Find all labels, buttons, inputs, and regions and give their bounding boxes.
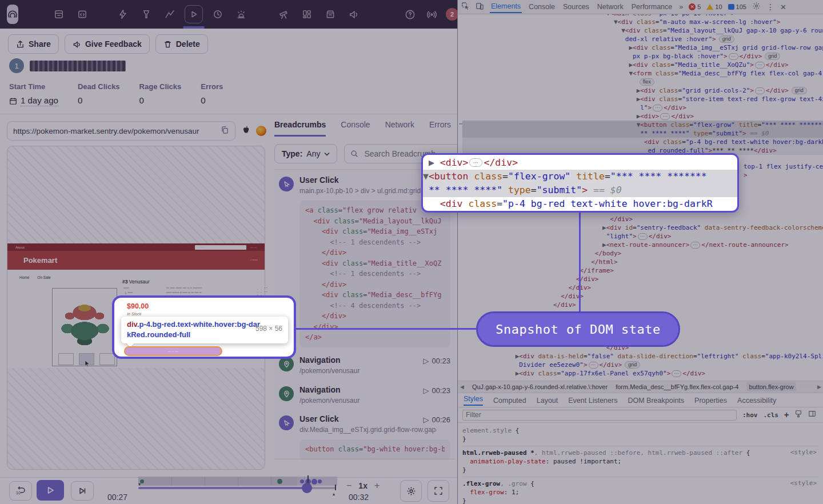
- rewind-10s-button[interactable]: 10: [9, 481, 32, 501]
- thumbnail-1[interactable]: [58, 353, 74, 365]
- nav-sessions-clock-icon[interactable]: [210, 7, 225, 22]
- help-icon[interactable]: [402, 7, 417, 22]
- timeline-navigation-marker[interactable]: [140, 479, 144, 483]
- nav-profiling-icon[interactable]: [139, 7, 154, 22]
- play-from-icon: ▷: [423, 415, 429, 424]
- device-toolbar-icon[interactable]: [476, 2, 484, 12]
- thumbnail-3[interactable]: [99, 353, 115, 365]
- site-search-input[interactable]: ·········: [195, 245, 246, 250]
- site-nav-home[interactable]: Home: [19, 275, 29, 279]
- nav-projects-icon[interactable]: [75, 7, 90, 22]
- nav-releases-icon[interactable]: [323, 7, 338, 22]
- tab-network[interactable]: Network: [385, 120, 414, 137]
- nav-feedback-megaphone-icon[interactable]: [346, 7, 361, 22]
- svg-text:10: 10: [16, 491, 21, 495]
- copy-url-icon[interactable]: [221, 126, 229, 137]
- crumb-scroll-left[interactable]: ◀: [460, 384, 464, 390]
- nav-discover-telescope-icon[interactable]: [276, 7, 291, 22]
- more-tabs-chevron[interactable]: »: [679, 3, 683, 11]
- next-breadcrumb-button[interactable]: [71, 481, 94, 501]
- cls-toggle[interactable]: .cls: [764, 411, 779, 419]
- site-nav-onsale[interactable]: On Sale: [37, 275, 51, 279]
- new-style-rule-button[interactable]: +: [784, 410, 789, 419]
- delete-button[interactable]: Delete: [155, 34, 208, 54]
- crumb-button-selected[interactable]: button.flex-grow: [746, 382, 796, 391]
- replay-detail-tabs: Breadcrumbs Console Network Errors Tr: [274, 120, 452, 137]
- breadcrumb-navigation-2[interactable]: Navigation /pokemon/venusaur ▷00:23: [279, 385, 450, 405]
- site-about-link[interactable]: About: [15, 246, 25, 249]
- breadcrumb-user-click-2[interactable]: User Click div.Media_img__eSTxj.grid.gri…: [279, 414, 450, 459]
- tab-event-listeners[interactable]: Event Listeners: [568, 397, 617, 405]
- speed-increase-button[interactable]: +: [374, 481, 379, 491]
- devtools-close-icon[interactable]: ✕: [780, 3, 786, 11]
- tab-styles[interactable]: Styles: [464, 395, 483, 406]
- console-errors-count[interactable]: ✕5: [689, 3, 701, 10]
- nav-alerts-lightning-icon[interactable]: [115, 7, 130, 22]
- divider: [0, 114, 457, 114]
- color-format-icon[interactable]: [794, 410, 802, 420]
- styles-pane-tabs: Styles Computed Layout Event Listeners D…: [458, 394, 823, 407]
- tooltip-classes: .p-4.bg-red.text-white.hover:bg-darkRed.…: [127, 320, 260, 339]
- speed-value[interactable]: 1x: [358, 481, 367, 490]
- console-warnings-count[interactable]: 10: [706, 3, 722, 10]
- tab-layout[interactable]: Layout: [537, 397, 558, 405]
- crumb-media-layout[interactable]: QuJ.gap-x-10.gap-y-6.rounded-xl.relative…: [472, 383, 608, 390]
- devtools-tab-elements[interactable]: Elements: [490, 1, 522, 13]
- nav-crons-siren-icon[interactable]: [234, 7, 249, 22]
- nav-replays-icon-active[interactable]: [185, 5, 203, 23]
- devtools-tab-network[interactable]: Network: [596, 1, 625, 13]
- timeline-click-marker[interactable]: [300, 479, 304, 483]
- occluded-line-fragment: >: [744, 171, 748, 179]
- breadcrumb-timestamp[interactable]: ▷00:23: [423, 357, 450, 365]
- breadcrumb-navigation-1[interactable]: Navigation /pokemon/venusaur ▷00:23: [279, 355, 450, 375]
- nav-issues-icon[interactable]: [51, 7, 66, 22]
- nav-dashboards-icon[interactable]: [299, 7, 314, 22]
- crumb-form[interactable]: form.Media_desc__bfFYg.flex.flex-col.gap…: [616, 383, 738, 390]
- thumbnail-2-selected[interactable]: [79, 353, 94, 365]
- devtools-tab-performance[interactable]: Performance: [630, 1, 674, 13]
- devtools-settings-icon[interactable]: [752, 2, 761, 12]
- styles-filter-bar: :hov .cls +: [458, 407, 823, 423]
- devtools-tab-sources[interactable]: Sources: [562, 1, 590, 13]
- fullscreen-button[interactable]: [428, 480, 449, 502]
- timeline-click-marker[interactable]: [311, 479, 317, 485]
- hov-toggle[interactable]: :hov: [742, 411, 758, 419]
- tab-accessibility[interactable]: Accessibility: [737, 397, 776, 405]
- calendar-icon: [9, 97, 17, 105]
- computed-sidebar-icon[interactable]: [808, 410, 816, 420]
- nav-performance-icon[interactable]: [162, 7, 177, 22]
- breadcrumb-list: User Click main.px-10.pb-10 > div > ul.g…: [274, 169, 455, 459]
- share-button[interactable]: Share: [8, 34, 59, 54]
- seek-handle[interactable]: [302, 483, 312, 493]
- breadcrumb-timestamp[interactable]: ▷00:23: [423, 386, 450, 395]
- speed-decrease-button[interactable]: −: [346, 481, 351, 491]
- devtools-kebab-menu[interactable]: ⋮: [766, 2, 774, 11]
- play-button[interactable]: [37, 480, 64, 501]
- timeline-click-marker[interactable]: [318, 479, 322, 483]
- type-filter-dropdown[interactable]: Type: Any: [274, 144, 337, 163]
- player-settings-button[interactable]: [400, 480, 422, 502]
- issues-count[interactable]: 105: [728, 3, 746, 10]
- tab-breadcrumbs[interactable]: Breadcrumbs: [274, 120, 326, 137]
- sentry-logo[interactable]: [7, 5, 18, 24]
- seek-bar[interactable]: ▾ ▴: [138, 487, 336, 489]
- tab-computed[interactable]: Computed: [493, 397, 526, 405]
- devtools-tab-console[interactable]: Console: [528, 1, 556, 13]
- replay-url-bar[interactable]: https://pokemon-market.sentry.dev/pokemo…: [7, 121, 235, 141]
- tab-dom-breakpoints[interactable]: DOM Breakpoints: [628, 397, 684, 405]
- styles-filter-input[interactable]: [462, 410, 737, 421]
- sentry-replay-app: 2 Share Give Feedback Delete 1 Start Ti: [0, 0, 457, 504]
- stat-start-time: Start Time 1 day ago: [9, 82, 58, 106]
- give-feedback-button[interactable]: Give Feedback: [65, 34, 150, 54]
- timeline-navigation-marker[interactable]: [277, 479, 282, 484]
- tab-errors[interactable]: Errors: [429, 120, 451, 137]
- css-rules[interactable]: element.style {}html.rrweb-paused *, htm…: [458, 423, 823, 504]
- crumb-scroll-right[interactable]: ▶: [817, 384, 821, 390]
- site-topstrip: About ········· --- --: [7, 243, 265, 251]
- inspect-element-icon[interactable]: [461, 2, 470, 12]
- breadcrumb-timestamp[interactable]: ▷00:26: [423, 415, 450, 424]
- tab-properties[interactable]: Properties: [694, 397, 727, 405]
- tab-console[interactable]: Console: [341, 120, 370, 137]
- highlighted-add-to-cart-button[interactable]: --- -- ----: [124, 346, 222, 356]
- broadcast-icon[interactable]: [424, 7, 439, 22]
